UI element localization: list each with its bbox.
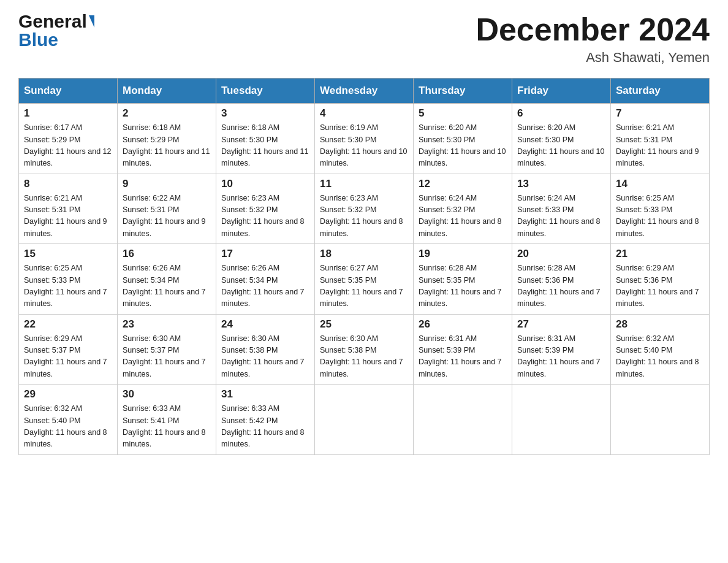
day-number: 1 <box>24 107 112 120</box>
calendar-cell: 1Sunrise: 6:17 AMSunset: 5:29 PMDaylight… <box>19 104 118 174</box>
calendar-cell: 11Sunrise: 6:23 AMSunset: 5:32 PMDayligh… <box>315 174 414 244</box>
day-info: Sunrise: 6:30 AMSunset: 5:38 PMDaylight:… <box>320 333 408 381</box>
logo: General Blue <box>18 12 94 49</box>
calendar-header-row: Sunday Monday Tuesday Wednesday Thursday… <box>19 79 710 104</box>
day-info: Sunrise: 6:28 AMSunset: 5:36 PMDaylight:… <box>517 262 605 310</box>
calendar-cell: 6Sunrise: 6:20 AMSunset: 5:30 PMDaylight… <box>512 104 611 174</box>
day-number: 7 <box>616 107 704 120</box>
calendar-cell: 16Sunrise: 6:26 AMSunset: 5:34 PMDayligh… <box>118 244 216 315</box>
day-number: 5 <box>419 107 507 120</box>
calendar-cell: 22Sunrise: 6:29 AMSunset: 5:37 PMDayligh… <box>19 314 118 385</box>
calendar-cell <box>414 385 512 455</box>
col-thursday: Thursday <box>414 79 512 104</box>
day-info: Sunrise: 6:23 AMSunset: 5:32 PMDaylight:… <box>221 193 309 240</box>
day-number: 28 <box>616 318 704 331</box>
calendar-week-row: 8Sunrise: 6:21 AMSunset: 5:31 PMDaylight… <box>19 174 710 244</box>
day-number: 23 <box>123 318 211 331</box>
day-info: Sunrise: 6:26 AMSunset: 5:34 PMDaylight:… <box>221 262 309 310</box>
calendar-cell: 8Sunrise: 6:21 AMSunset: 5:31 PMDaylight… <box>19 174 118 244</box>
day-info: Sunrise: 6:19 AMSunset: 5:30 PMDaylight:… <box>320 122 408 170</box>
day-info: Sunrise: 6:30 AMSunset: 5:37 PMDaylight:… <box>123 333 211 381</box>
day-info: Sunrise: 6:31 AMSunset: 5:39 PMDaylight:… <box>419 333 507 381</box>
calendar-cell: 12Sunrise: 6:24 AMSunset: 5:32 PMDayligh… <box>414 174 512 244</box>
day-number: 29 <box>24 388 112 400</box>
day-info: Sunrise: 6:32 AMSunset: 5:40 PMDaylight:… <box>616 333 704 381</box>
calendar-cell: 2Sunrise: 6:18 AMSunset: 5:29 PMDaylight… <box>118 104 216 174</box>
day-number: 14 <box>616 178 704 190</box>
day-info: Sunrise: 6:25 AMSunset: 5:33 PMDaylight:… <box>616 193 704 240</box>
day-number: 8 <box>24 178 112 190</box>
day-number: 17 <box>221 248 309 260</box>
day-info: Sunrise: 6:29 AMSunset: 5:37 PMDaylight:… <box>24 333 112 381</box>
day-info: Sunrise: 6:33 AMSunset: 5:41 PMDaylight:… <box>123 403 211 451</box>
day-number: 16 <box>123 248 211 260</box>
calendar-week-row: 1Sunrise: 6:17 AMSunset: 5:29 PMDaylight… <box>19 104 710 174</box>
page-header: General Blue December 2024 Ash Shawati, … <box>18 12 710 66</box>
calendar-cell: 25Sunrise: 6:30 AMSunset: 5:38 PMDayligh… <box>315 314 414 385</box>
col-wednesday: Wednesday <box>315 79 414 104</box>
calendar-cell <box>315 385 414 455</box>
day-info: Sunrise: 6:18 AMSunset: 5:30 PMDaylight:… <box>221 122 309 170</box>
day-info: Sunrise: 6:22 AMSunset: 5:31 PMDaylight:… <box>123 193 211 240</box>
day-number: 21 <box>616 248 704 260</box>
day-info: Sunrise: 6:23 AMSunset: 5:32 PMDaylight:… <box>320 193 408 240</box>
logo-line1: General <box>18 12 94 31</box>
col-sunday: Sunday <box>19 79 118 104</box>
calendar-cell: 9Sunrise: 6:22 AMSunset: 5:31 PMDaylight… <box>118 174 216 244</box>
calendar-cell: 30Sunrise: 6:33 AMSunset: 5:41 PMDayligh… <box>118 385 216 455</box>
day-info: Sunrise: 6:29 AMSunset: 5:36 PMDaylight:… <box>616 262 704 310</box>
day-number: 9 <box>123 178 211 190</box>
calendar-cell: 5Sunrise: 6:20 AMSunset: 5:30 PMDaylight… <box>414 104 512 174</box>
day-number: 10 <box>221 178 309 190</box>
day-number: 19 <box>419 248 507 260</box>
day-info: Sunrise: 6:20 AMSunset: 5:30 PMDaylight:… <box>517 122 605 170</box>
day-number: 20 <box>517 248 605 260</box>
calendar-cell: 29Sunrise: 6:32 AMSunset: 5:40 PMDayligh… <box>19 385 118 455</box>
day-info: Sunrise: 6:24 AMSunset: 5:32 PMDaylight:… <box>419 193 507 240</box>
calendar-cell: 21Sunrise: 6:29 AMSunset: 5:36 PMDayligh… <box>611 244 710 315</box>
logo-arrow-icon <box>89 15 94 28</box>
day-number: 22 <box>24 318 112 331</box>
day-number: 27 <box>517 318 605 331</box>
day-info: Sunrise: 6:18 AMSunset: 5:29 PMDaylight:… <box>123 122 211 170</box>
calendar-cell: 31Sunrise: 6:33 AMSunset: 5:42 PMDayligh… <box>216 385 315 455</box>
day-info: Sunrise: 6:32 AMSunset: 5:40 PMDaylight:… <box>24 403 112 451</box>
calendar-cell: 20Sunrise: 6:28 AMSunset: 5:36 PMDayligh… <box>512 244 611 315</box>
day-number: 2 <box>123 107 211 120</box>
day-number: 3 <box>221 107 309 120</box>
day-number: 26 <box>419 318 507 331</box>
calendar-cell: 18Sunrise: 6:27 AMSunset: 5:35 PMDayligh… <box>315 244 414 315</box>
calendar-cell: 13Sunrise: 6:24 AMSunset: 5:33 PMDayligh… <box>512 174 611 244</box>
location: Ash Shawati, Yemen <box>476 50 710 66</box>
calendar-cell: 7Sunrise: 6:21 AMSunset: 5:31 PMDaylight… <box>611 104 710 174</box>
day-info: Sunrise: 6:30 AMSunset: 5:38 PMDaylight:… <box>221 333 309 381</box>
day-number: 11 <box>320 178 408 190</box>
day-info: Sunrise: 6:28 AMSunset: 5:35 PMDaylight:… <box>419 262 507 310</box>
day-info: Sunrise: 6:25 AMSunset: 5:33 PMDaylight:… <box>24 262 112 310</box>
calendar-week-row: 15Sunrise: 6:25 AMSunset: 5:33 PMDayligh… <box>19 244 710 315</box>
day-number: 15 <box>24 248 112 260</box>
logo-line2: Blue <box>18 31 94 49</box>
calendar-cell: 4Sunrise: 6:19 AMSunset: 5:30 PMDaylight… <box>315 104 414 174</box>
day-info: Sunrise: 6:21 AMSunset: 5:31 PMDaylight:… <box>616 122 704 170</box>
calendar-week-row: 22Sunrise: 6:29 AMSunset: 5:37 PMDayligh… <box>19 314 710 385</box>
calendar-cell: 24Sunrise: 6:30 AMSunset: 5:38 PMDayligh… <box>216 314 315 385</box>
calendar-cell: 15Sunrise: 6:25 AMSunset: 5:33 PMDayligh… <box>19 244 118 315</box>
calendar-cell: 23Sunrise: 6:30 AMSunset: 5:37 PMDayligh… <box>118 314 216 385</box>
calendar-cell: 28Sunrise: 6:32 AMSunset: 5:40 PMDayligh… <box>611 314 710 385</box>
day-info: Sunrise: 6:26 AMSunset: 5:34 PMDaylight:… <box>123 262 211 310</box>
col-friday: Friday <box>512 79 611 104</box>
calendar-cell: 3Sunrise: 6:18 AMSunset: 5:30 PMDaylight… <box>216 104 315 174</box>
day-number: 24 <box>221 318 309 331</box>
day-info: Sunrise: 6:20 AMSunset: 5:30 PMDaylight:… <box>419 122 507 170</box>
day-info: Sunrise: 6:27 AMSunset: 5:35 PMDaylight:… <box>320 262 408 310</box>
col-tuesday: Tuesday <box>216 79 315 104</box>
calendar-cell: 14Sunrise: 6:25 AMSunset: 5:33 PMDayligh… <box>611 174 710 244</box>
calendar-cell <box>611 385 710 455</box>
col-monday: Monday <box>118 79 216 104</box>
month-title: December 2024 <box>476 12 710 47</box>
calendar-cell: 19Sunrise: 6:28 AMSunset: 5:35 PMDayligh… <box>414 244 512 315</box>
calendar-cell: 17Sunrise: 6:26 AMSunset: 5:34 PMDayligh… <box>216 244 315 315</box>
day-number: 13 <box>517 178 605 190</box>
calendar-table: Sunday Monday Tuesday Wednesday Thursday… <box>18 78 710 455</box>
